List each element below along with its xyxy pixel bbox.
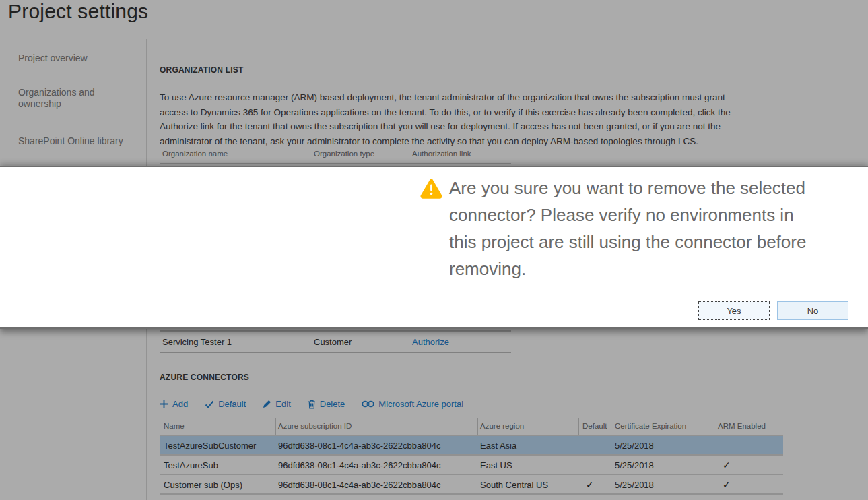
dialog-message: Are you sure you want to remove the sele… bbox=[449, 175, 824, 282]
project-settings-page: Project settings Project overviewOrganiz… bbox=[0, 0, 868, 500]
confirm-remove-connector-dialog: Are you sure you want to remove the sele… bbox=[0, 166, 868, 329]
dialog-buttons: Yes No bbox=[698, 301, 848, 320]
yes-button[interactable]: Yes bbox=[698, 301, 770, 320]
warning-triangle-icon bbox=[420, 179, 442, 199]
no-button[interactable]: No bbox=[777, 301, 848, 320]
